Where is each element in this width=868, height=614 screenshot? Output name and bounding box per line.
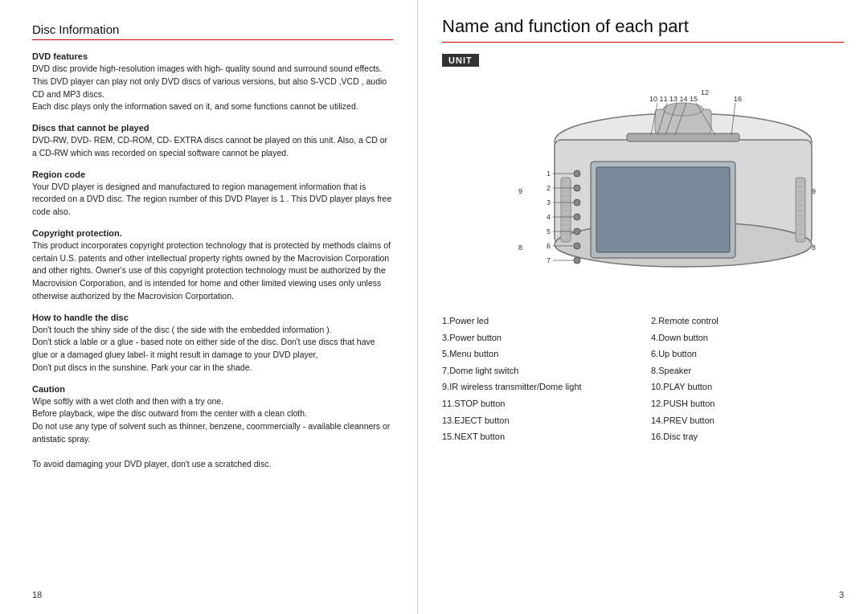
svg-point-10 xyxy=(574,243,580,249)
entry-text: Your DVD player is designed and manufact… xyxy=(32,181,393,219)
svg-point-6 xyxy=(574,185,580,191)
diagram-area: 10 11 13 14 15 16 12 1 2 3 4 5 6 7 9 8 9… xyxy=(442,73,844,306)
parts-cell-left: 9.IR wireless transmitter/Dome light xyxy=(442,380,635,395)
parts-cell-left: 13.EJECT button xyxy=(442,414,635,428)
parts-cell-left: 3.Power button xyxy=(442,331,635,346)
svg-rect-12 xyxy=(561,178,571,242)
parts-row: 9.IR wireless transmitter/Dome light10.P… xyxy=(442,380,844,395)
label-6: 6 xyxy=(547,242,551,250)
entry: Region codeYour DVD player is designed a… xyxy=(32,170,393,219)
entry: DVD featuresDVD disc provide high-resolu… xyxy=(32,51,393,113)
entry-title: Discs that cannot be played xyxy=(32,123,393,133)
label-12: 12 xyxy=(701,88,709,96)
entry: Discs that cannot be playedDVD-RW, DVD- … xyxy=(32,123,393,160)
label-9-left: 9 xyxy=(518,187,522,195)
parts-row: 7.Dome light switch8.Speaker xyxy=(442,364,844,379)
label-4: 4 xyxy=(547,213,551,221)
parts-row: 15.NEXT button16.Disc tray xyxy=(442,430,844,444)
label-8-left: 8 xyxy=(518,244,522,252)
parts-cell-left: 5.Menu button xyxy=(442,347,635,362)
svg-point-7 xyxy=(574,199,580,206)
svg-point-11 xyxy=(574,257,580,264)
label-5: 5 xyxy=(547,227,551,235)
svg-rect-26 xyxy=(796,178,805,242)
label-8-right: 8 xyxy=(812,244,816,252)
entry-text: Don't touch the shiny side of the disc (… xyxy=(32,324,393,375)
entry: How to handle the discDon't touch the sh… xyxy=(32,313,393,375)
entry-text: DVD disc provide high-resolution images … xyxy=(32,63,393,113)
parts-cell-left: 11.STOP button xyxy=(442,397,635,411)
label-16: 16 xyxy=(734,95,742,103)
left-panel: Disc Information DVD featuresDVD disc pr… xyxy=(0,0,418,614)
label-3: 3 xyxy=(547,199,551,207)
parts-cell-right: 16.Disc tray xyxy=(651,430,844,444)
left-page-number: 18 xyxy=(32,590,42,600)
entries-container: DVD featuresDVD disc provide high-resolu… xyxy=(32,51,393,471)
svg-rect-40 xyxy=(627,133,739,141)
parts-cell-left: 1.Power led xyxy=(442,314,635,329)
entry-text: DVD-RW, DVD- REM, CD-ROM, CD- EXTRA disc… xyxy=(32,134,393,160)
left-section-title: Disc Information xyxy=(32,23,393,40)
right-section-title: Name and function of each part xyxy=(442,16,844,43)
svg-point-9 xyxy=(574,228,580,235)
entry: CautionWipe softly with a wet cloth and … xyxy=(32,384,393,472)
entry: Copyright protection.This product incorp… xyxy=(32,228,393,303)
entry-title: DVD features xyxy=(32,51,393,61)
entry-title: How to handle the disc xyxy=(32,313,393,322)
svg-point-8 xyxy=(574,214,580,220)
entry-title: Copyright protection. xyxy=(32,228,393,238)
entry-title: Region code xyxy=(32,170,393,179)
label-1: 1 xyxy=(547,170,551,178)
parts-cell-right: 12.PUSH button xyxy=(651,397,844,411)
entry-text: Wipe softly with a wet cloth and then wi… xyxy=(32,395,393,472)
parts-table: 1.Power led2.Remote control3.Power butto… xyxy=(442,314,844,444)
parts-row: 1.Power led2.Remote control xyxy=(442,314,844,329)
parts-cell-right: 4.Down button xyxy=(651,331,844,346)
device-diagram: 10 11 13 14 15 16 12 1 2 3 4 5 6 7 9 8 9… xyxy=(442,73,844,306)
label-9-right: 9 xyxy=(812,187,816,195)
entry-text: This product incorporates copyright prot… xyxy=(32,239,393,303)
parts-cell-right: 6.Up button xyxy=(651,347,844,362)
parts-row: 3.Power button4.Down button xyxy=(442,331,844,346)
label-2: 2 xyxy=(547,184,551,192)
parts-cell-right: 10.PLAY button xyxy=(651,380,844,395)
entry-title: Caution xyxy=(32,384,393,394)
parts-row: 13.EJECT button14.PREV button xyxy=(442,414,844,428)
unit-label: UNIT xyxy=(442,54,479,67)
parts-cell-right: 14.PREV button xyxy=(651,414,844,428)
svg-rect-4 xyxy=(596,167,730,252)
svg-point-5 xyxy=(574,170,580,177)
parts-cell-right: 2.Remote control xyxy=(651,314,844,329)
parts-cell-left: 7.Dome light switch xyxy=(442,364,635,379)
right-panel: Name and function of each part UNIT xyxy=(418,0,868,614)
parts-cell-left: 15.NEXT button xyxy=(442,430,635,444)
label-7: 7 xyxy=(547,256,551,264)
label-10: 10 11 13 14 15 xyxy=(649,95,698,103)
parts-cell-right: 8.Speaker xyxy=(651,364,844,379)
parts-row: 5.Menu button6.Up button xyxy=(442,347,844,362)
parts-row: 11.STOP button12.PUSH button xyxy=(442,397,844,411)
right-page-number: 3 xyxy=(839,590,844,600)
